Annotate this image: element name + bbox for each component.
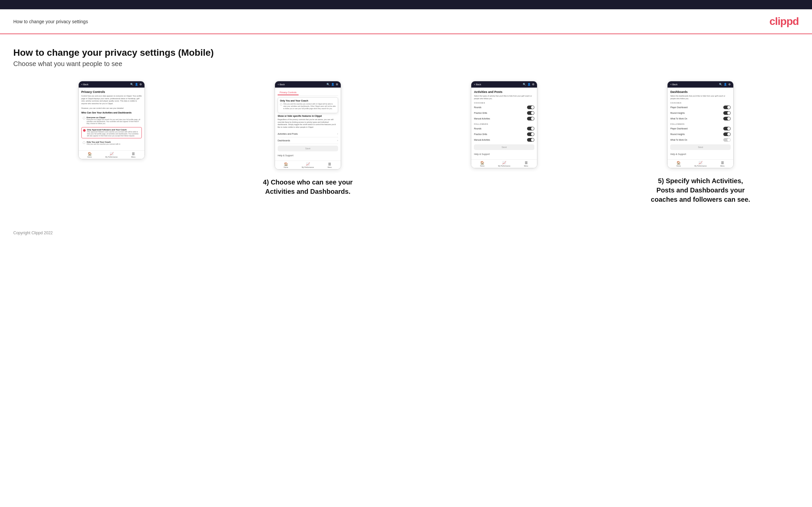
- user-icon-4[interactable]: 👤: [724, 83, 727, 86]
- toggle-rounds-coaches-switch[interactable]: [527, 106, 535, 109]
- user-icon-2[interactable]: 👤: [331, 83, 335, 86]
- nav-home-2[interactable]: 🏠 Home: [275, 162, 297, 168]
- screenshot-group-4: < Back 🔍 👤 ⚙ Dashboards Select the dashb…: [602, 81, 799, 204]
- toggle-player-dash-followers[interactable]: Player Dashboard: [670, 126, 731, 131]
- save-btn-4[interactable]: Save: [670, 144, 731, 150]
- top-bar: [0, 0, 812, 9]
- toggle-round-insights-coaches[interactable]: Round Insights: [670, 110, 731, 116]
- save-btn-3[interactable]: Save: [474, 144, 535, 150]
- toggle-rounds-followers[interactable]: Rounds: [474, 126, 535, 131]
- performance-icon-3: 📈: [502, 161, 506, 165]
- option-you-coach[interactable]: Only You and Your Coach Only you and the…: [81, 140, 142, 146]
- nav-home-4[interactable]: 🏠 Home: [667, 161, 690, 167]
- radio-everyone[interactable]: [83, 117, 85, 119]
- help-support-3: Help & Support: [474, 152, 535, 157]
- toggle-rounds-followers-switch[interactable]: [527, 127, 535, 130]
- bottom-nav-3: 🏠 Home 📈 My Performance ☰ Menu: [471, 159, 537, 168]
- page-heading: How to change your privacy settings (Mob…: [13, 48, 799, 58]
- user-icon-3[interactable]: 👤: [527, 83, 531, 86]
- header-title: How to change your privacy settings: [13, 19, 88, 24]
- toggle-round-insights-followers[interactable]: Round Insights: [670, 131, 731, 137]
- chevron-dashboards: ›: [337, 139, 338, 142]
- toggle-what-to-work-coaches[interactable]: What To Work On: [670, 116, 731, 121]
- toggle-what-to-work-followers[interactable]: What To Work On: [670, 137, 731, 143]
- settings-icon-4[interactable]: ⚙: [728, 83, 731, 86]
- screenshots-row: < Back 🔍 👤 ⚙ Privacy Controls Control ho…: [13, 81, 799, 204]
- show-hide-title: Show or hide specific features in Clippd: [277, 115, 338, 117]
- coaches-label-3: COACHES: [474, 102, 535, 104]
- home-icon-2: 🏠: [284, 162, 288, 166]
- toggle-drills-followers[interactable]: Practice Drills: [474, 131, 535, 137]
- back-button-2[interactable]: < Back: [277, 83, 285, 86]
- toggle-manual-followers[interactable]: Manual Activities: [474, 137, 535, 143]
- home-icon-3: 🏠: [480, 161, 484, 165]
- section-desc-3: Select the types of activity that you'd …: [474, 95, 535, 100]
- settings-icon-2[interactable]: ⚙: [336, 83, 338, 86]
- section-title-4: Dashboards: [670, 90, 731, 94]
- radio-approved[interactable]: [83, 129, 86, 132]
- back-button-3[interactable]: < Back: [474, 83, 481, 86]
- nav-performance-2[interactable]: 📈 My Performance: [297, 162, 319, 168]
- nav-performance-4[interactable]: 📈 My Performance: [690, 161, 711, 167]
- screenshot-group-2: < Back 🔍 👤 ⚙ Privacy Controls On: [210, 81, 406, 196]
- toggle-round-insights-followers-switch[interactable]: [723, 132, 731, 136]
- toggle-player-dash-followers-switch[interactable]: [723, 127, 731, 130]
- nav-menu-4[interactable]: ☰ Menu: [711, 161, 733, 167]
- phone-header-1: < Back 🔍 👤 ⚙: [79, 81, 145, 88]
- tab-privacy-2[interactable]: Privacy Controls: [277, 90, 299, 95]
- search-icon-2[interactable]: 🔍: [326, 83, 330, 86]
- toggle-rounds-coaches[interactable]: Rounds: [474, 105, 535, 110]
- nav-performance-3[interactable]: 📈 My Performance: [493, 161, 515, 167]
- who-can-see-heading: Who Can See Your Activities and Dashboar…: [81, 111, 142, 114]
- save-btn-2[interactable]: Save: [277, 146, 338, 151]
- nav-home-1[interactable]: 🏠 Home: [79, 152, 101, 158]
- option-approved[interactable]: Only Approved Followers and Your Coach O…: [81, 127, 142, 138]
- option-everyone[interactable]: Everyone on Clippd Everyone on Clippd ca…: [81, 115, 142, 126]
- nav-home-3[interactable]: 🏠 Home: [471, 161, 493, 167]
- toggle-drills-followers-switch[interactable]: [527, 132, 535, 136]
- show-hide-text: Regardless of the privacy controls that …: [277, 118, 338, 129]
- nav-menu-3[interactable]: ☰ Menu: [515, 161, 537, 167]
- phone-screen-3: < Back 🔍 👤 ⚙ Activities and Posts Select…: [471, 81, 537, 168]
- link-activities[interactable]: Activities and Posts ›: [277, 131, 338, 137]
- search-icon-4[interactable]: 🔍: [719, 83, 722, 86]
- search-icon-3[interactable]: 🔍: [523, 83, 526, 86]
- toggle-manual-coaches-switch[interactable]: [527, 117, 535, 120]
- toggle-manual-coaches[interactable]: Manual Activities: [474, 116, 535, 121]
- radio-you-coach[interactable]: [83, 142, 85, 144]
- menu-icon-1: ☰: [132, 152, 135, 156]
- phone-header-2: < Back 🔍 👤 ⚙: [275, 81, 341, 88]
- popup-title-2: Only You and Your Coach: [280, 100, 336, 102]
- toggle-what-to-work-coaches-switch[interactable]: [723, 117, 731, 120]
- help-support-2: Help & Support: [277, 153, 338, 158]
- link-dashboards[interactable]: Dashboards ›: [277, 137, 338, 144]
- section-desc-4: Select the dashboards that you'd like to…: [670, 95, 731, 100]
- popup-radio-1[interactable]: [280, 103, 282, 106]
- phone-header-3: < Back 🔍 👤 ⚙: [471, 81, 537, 88]
- toggle-player-dash-coaches[interactable]: Player Dashboard: [670, 105, 731, 110]
- toggle-round-insights-coaches-switch[interactable]: [723, 111, 731, 115]
- toggle-drills-coaches-switch[interactable]: [527, 111, 535, 115]
- section-desc-1b: However, you can control who can see you…: [81, 107, 142, 110]
- logo: clippd: [769, 15, 799, 27]
- settings-icon-3[interactable]: ⚙: [532, 83, 535, 86]
- footer: Copyright Clippd 2022: [0, 224, 812, 242]
- menu-icon-3: ☰: [525, 161, 528, 165]
- home-icon-4: 🏠: [676, 161, 680, 165]
- back-button-4[interactable]: < Back: [670, 83, 677, 86]
- section-title-1: Privacy Controls: [81, 90, 142, 94]
- settings-icon[interactable]: ⚙: [140, 83, 142, 86]
- phone-screen-4: < Back 🔍 👤 ⚙ Dashboards Select the dashb…: [667, 81, 733, 168]
- toggle-what-to-work-followers-switch[interactable]: [723, 138, 731, 142]
- performance-icon-2: 📈: [306, 162, 310, 166]
- toggle-drills-coaches[interactable]: Practice Drills: [474, 110, 535, 116]
- toggle-player-dash-coaches-switch[interactable]: [723, 106, 731, 109]
- toggle-manual-followers-switch[interactable]: [527, 138, 535, 142]
- nav-menu-1[interactable]: ☰ Menu: [122, 152, 145, 158]
- search-icon[interactable]: 🔍: [130, 83, 134, 86]
- back-button-1[interactable]: < Back: [81, 83, 89, 86]
- user-icon[interactable]: 👤: [135, 83, 138, 86]
- nav-performance-1[interactable]: 📈 My Performance: [101, 152, 122, 158]
- nav-menu-2[interactable]: ☰ Menu: [319, 162, 341, 168]
- bottom-nav-2: 🏠 Home 📈 My Performance ☰ Menu: [275, 161, 341, 169]
